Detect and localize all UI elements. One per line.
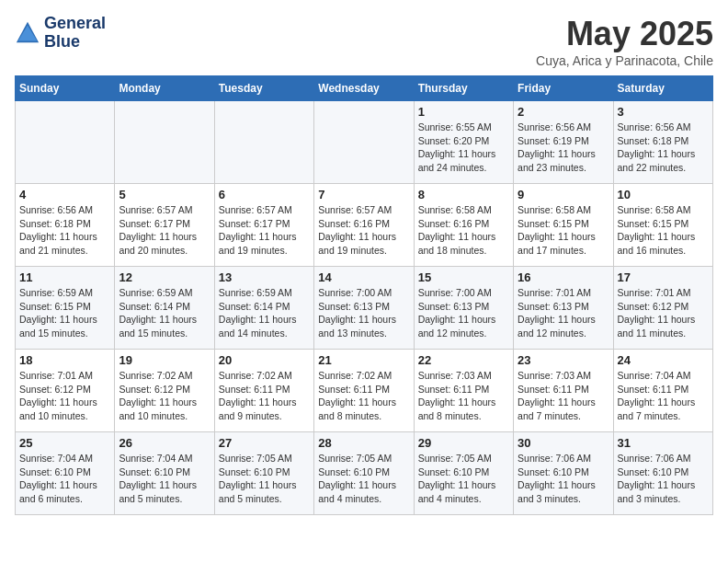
day-number: 24 (618, 353, 709, 367)
day-info: Sunrise: 7:00 AM Sunset: 6:13 PM Dayligh… (418, 286, 509, 340)
day-number: 9 (518, 188, 609, 201)
calendar-cell: 21Sunrise: 7:02 AM Sunset: 6:11 PM Dayli… (314, 350, 414, 432)
day-number: 3 (618, 105, 709, 119)
day-info: Sunrise: 7:04 AM Sunset: 6:10 PM Dayligh… (119, 452, 210, 506)
day-number: 25 (19, 436, 110, 450)
weekday-header-friday: Friday (514, 76, 613, 101)
day-info: Sunrise: 6:57 AM Sunset: 6:17 PM Dayligh… (219, 203, 310, 258)
day-info: Sunrise: 7:03 AM Sunset: 6:11 PM Dayligh… (518, 369, 609, 423)
calendar-cell: 26Sunrise: 7:04 AM Sunset: 6:10 PM Dayli… (115, 432, 214, 515)
day-info: Sunrise: 7:02 AM Sunset: 6:12 PM Dayligh… (119, 369, 210, 423)
day-number: 11 (19, 270, 110, 284)
weekday-header-wednesday: Wednesday (314, 76, 414, 101)
svg-marker-1 (18, 25, 38, 40)
day-info: Sunrise: 7:05 AM Sunset: 6:10 PM Dayligh… (418, 452, 509, 506)
day-number: 1 (418, 105, 509, 119)
day-number: 21 (318, 353, 409, 367)
calendar-cell: 24Sunrise: 7:04 AM Sunset: 6:11 PM Dayli… (613, 350, 712, 432)
day-number: 12 (119, 270, 210, 284)
calendar-cell: 17Sunrise: 7:01 AM Sunset: 6:12 PM Dayli… (613, 267, 712, 350)
calendar-week-row: 4Sunrise: 6:56 AM Sunset: 6:18 PM Daylig… (16, 184, 713, 267)
calendar-cell: 7Sunrise: 6:57 AM Sunset: 6:16 PM Daylig… (314, 184, 414, 267)
calendar-cell: 30Sunrise: 7:06 AM Sunset: 6:10 PM Dayli… (514, 432, 613, 515)
day-info: Sunrise: 6:59 AM Sunset: 6:14 PM Dayligh… (219, 286, 310, 340)
day-number: 15 (418, 270, 509, 284)
calendar-cell: 18Sunrise: 7:01 AM Sunset: 6:12 PM Dayli… (16, 350, 115, 432)
calendar-cell: 23Sunrise: 7:03 AM Sunset: 6:11 PM Dayli… (514, 350, 613, 432)
calendar-table: SundayMondayTuesdayWednesdayThursdayFrid… (15, 75, 713, 515)
title-section: May 2025 Cuya, Arica y Parinacota, Chile (536, 15, 713, 68)
day-number: 8 (418, 188, 509, 201)
month-title: May 2025 (536, 15, 713, 53)
calendar-cell: 15Sunrise: 7:00 AM Sunset: 6:13 PM Dayli… (414, 267, 513, 350)
weekday-header-thursday: Thursday (414, 76, 513, 101)
calendar-week-row: 25Sunrise: 7:04 AM Sunset: 6:10 PM Dayli… (16, 432, 713, 515)
day-number: 22 (418, 353, 509, 367)
day-info: Sunrise: 7:05 AM Sunset: 6:10 PM Dayligh… (219, 452, 310, 506)
day-number: 19 (119, 353, 210, 367)
calendar-cell: 3Sunrise: 6:56 AM Sunset: 6:18 PM Daylig… (613, 101, 712, 184)
day-info: Sunrise: 6:59 AM Sunset: 6:15 PM Dayligh… (19, 286, 110, 340)
day-number: 23 (518, 353, 609, 367)
day-info: Sunrise: 6:55 AM Sunset: 6:20 PM Dayligh… (418, 121, 509, 175)
logo: General Blue (15, 15, 106, 52)
day-info: Sunrise: 7:02 AM Sunset: 6:11 PM Dayligh… (318, 369, 409, 423)
weekday-header-row: SundayMondayTuesdayWednesdayThursdayFrid… (16, 76, 713, 101)
day-info: Sunrise: 7:01 AM Sunset: 6:12 PM Dayligh… (19, 369, 110, 423)
weekday-header-tuesday: Tuesday (214, 76, 313, 101)
calendar-cell: 28Sunrise: 7:05 AM Sunset: 6:10 PM Dayli… (314, 432, 414, 515)
calendar-cell: 25Sunrise: 7:04 AM Sunset: 6:10 PM Dayli… (16, 432, 115, 515)
day-number: 26 (119, 436, 210, 450)
day-number: 10 (618, 188, 709, 201)
day-number: 18 (19, 353, 110, 367)
calendar-cell (314, 101, 414, 184)
day-info: Sunrise: 7:01 AM Sunset: 6:13 PM Dayligh… (518, 286, 609, 340)
calendar-cell: 5Sunrise: 6:57 AM Sunset: 6:17 PM Daylig… (115, 184, 214, 267)
day-info: Sunrise: 7:06 AM Sunset: 6:10 PM Dayligh… (518, 452, 609, 506)
day-number: 7 (318, 188, 409, 201)
day-number: 31 (618, 436, 709, 450)
weekday-header-sunday: Sunday (16, 76, 115, 101)
calendar-cell: 27Sunrise: 7:05 AM Sunset: 6:10 PM Dayli… (214, 432, 313, 515)
day-number: 30 (518, 436, 609, 450)
day-info: Sunrise: 6:59 AM Sunset: 6:14 PM Dayligh… (119, 286, 210, 340)
calendar-cell: 14Sunrise: 7:00 AM Sunset: 6:13 PM Dayli… (314, 267, 414, 350)
day-number: 29 (418, 436, 509, 450)
day-number: 14 (318, 270, 409, 284)
calendar-cell: 29Sunrise: 7:05 AM Sunset: 6:10 PM Dayli… (414, 432, 513, 515)
day-number: 13 (219, 270, 310, 284)
day-number: 27 (219, 436, 310, 450)
weekday-header-monday: Monday (115, 76, 214, 101)
day-info: Sunrise: 7:00 AM Sunset: 6:13 PM Dayligh… (318, 286, 409, 340)
day-number: 20 (219, 353, 310, 367)
calendar-cell: 11Sunrise: 6:59 AM Sunset: 6:15 PM Dayli… (16, 267, 115, 350)
day-number: 2 (518, 105, 609, 119)
calendar-cell: 16Sunrise: 7:01 AM Sunset: 6:13 PM Dayli… (514, 267, 613, 350)
calendar-cell: 19Sunrise: 7:02 AM Sunset: 6:12 PM Dayli… (115, 350, 214, 432)
calendar-cell: 20Sunrise: 7:02 AM Sunset: 6:11 PM Dayli… (214, 350, 313, 432)
calendar-cell: 8Sunrise: 6:58 AM Sunset: 6:16 PM Daylig… (414, 184, 513, 267)
calendar-cell: 6Sunrise: 6:57 AM Sunset: 6:17 PM Daylig… (214, 184, 313, 267)
day-info: Sunrise: 7:03 AM Sunset: 6:11 PM Dayligh… (418, 369, 509, 423)
day-info: Sunrise: 7:06 AM Sunset: 6:10 PM Dayligh… (618, 452, 709, 506)
day-info: Sunrise: 6:56 AM Sunset: 6:18 PM Dayligh… (618, 121, 709, 175)
day-info: Sunrise: 6:56 AM Sunset: 6:19 PM Dayligh… (518, 121, 609, 175)
day-number: 5 (119, 188, 210, 201)
calendar-cell: 31Sunrise: 7:06 AM Sunset: 6:10 PM Dayli… (613, 432, 712, 515)
calendar-week-row: 11Sunrise: 6:59 AM Sunset: 6:15 PM Dayli… (16, 267, 713, 350)
day-number: 17 (618, 270, 709, 284)
day-info: Sunrise: 7:02 AM Sunset: 6:11 PM Dayligh… (219, 369, 310, 423)
logo-icon (15, 20, 40, 46)
calendar-week-row: 18Sunrise: 7:01 AM Sunset: 6:12 PM Dayli… (16, 350, 713, 432)
calendar-cell: 10Sunrise: 6:58 AM Sunset: 6:15 PM Dayli… (613, 184, 712, 267)
calendar-cell: 13Sunrise: 6:59 AM Sunset: 6:14 PM Dayli… (214, 267, 313, 350)
day-info: Sunrise: 6:58 AM Sunset: 6:15 PM Dayligh… (518, 203, 609, 258)
calendar-cell: 2Sunrise: 6:56 AM Sunset: 6:19 PM Daylig… (514, 101, 613, 184)
calendar-cell (16, 101, 115, 184)
page-header: General Blue May 2025 Cuya, Arica y Pari… (15, 15, 713, 68)
day-info: Sunrise: 6:57 AM Sunset: 6:16 PM Dayligh… (318, 203, 409, 258)
calendar-week-row: 1Sunrise: 6:55 AM Sunset: 6:20 PM Daylig… (16, 101, 713, 184)
day-number: 6 (219, 188, 310, 201)
day-info: Sunrise: 7:05 AM Sunset: 6:10 PM Dayligh… (318, 452, 409, 506)
calendar-cell: 22Sunrise: 7:03 AM Sunset: 6:11 PM Dayli… (414, 350, 513, 432)
